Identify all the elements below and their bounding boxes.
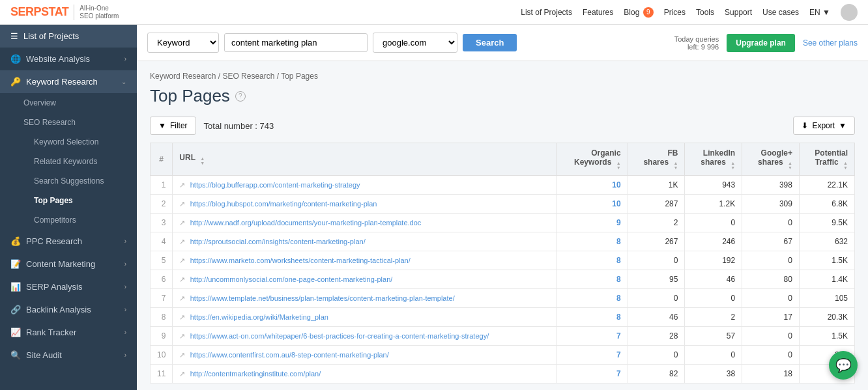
url-link[interactable]: http://uncommonlysocial.com/one-page-con… bbox=[190, 275, 393, 283]
sidebar-item-rank-tracker[interactable]: 📈 Rank Tracker › bbox=[0, 321, 137, 344]
cell-traffic: 20.3K bbox=[799, 308, 854, 327]
sidebar-item-backlink-analysis[interactable]: 🔗 Backlink Analysis › bbox=[0, 298, 137, 321]
chevron-right-icon-ppc: › bbox=[124, 238, 126, 245]
sidebar-subitem-overview[interactable]: Overview bbox=[0, 93, 137, 113]
sidebar-subitem-competitors[interactable]: Competitors bbox=[0, 210, 137, 230]
cell-url[interactable]: ↗ https://www.marketo.com/worksheets/con… bbox=[173, 251, 556, 270]
sidebar-subitem-keyword-selection[interactable]: Keyword Selection bbox=[0, 132, 137, 152]
chat-bubble[interactable]: 💬 bbox=[829, 351, 858, 380]
sidebar-item-site-audit[interactable]: 🔍 Site Audit › bbox=[0, 344, 137, 367]
cell-url[interactable]: ↗ https://en.wikipedia.org/wiki/Marketin… bbox=[173, 308, 556, 327]
url-link[interactable]: http://contentmarketinginstitute.com/pla… bbox=[190, 370, 321, 378]
traffic-sort-icon: ▲▼ bbox=[843, 161, 848, 170]
nav-use-cases[interactable]: Use cases bbox=[762, 8, 799, 17]
nav-tools[interactable]: Tools bbox=[696, 8, 714, 17]
url-link[interactable]: http://www.nadf.org/upload/documents/you… bbox=[190, 219, 422, 227]
sidebar-label-content: Content Marketing bbox=[26, 259, 95, 269]
url-link[interactable]: https://www.marketo.com/worksheets/conte… bbox=[190, 257, 411, 264]
cell-url[interactable]: ↗ https://blog.hubspot.com/marketing/con… bbox=[173, 195, 556, 214]
link-icon: ↗ bbox=[179, 219, 185, 227]
download-icon: ⬇ bbox=[802, 121, 808, 130]
chevron-right-icon-rank: › bbox=[124, 329, 126, 336]
cell-googleplus: 17 bbox=[742, 308, 800, 327]
cell-url[interactable]: ↗ https://www.act-on.com/whitepaper/6-be… bbox=[173, 327, 556, 346]
cell-url[interactable]: ↗ http://uncommonlysocial.com/one-page-c… bbox=[173, 270, 556, 289]
globe-icon: 🌐 bbox=[10, 54, 21, 64]
url-link[interactable]: https://blog.hubspot.com/marketing/conte… bbox=[190, 200, 377, 208]
nav-support[interactable]: Support bbox=[725, 8, 752, 17]
sidebar-header-list-of-projects[interactable]: ☰ List of Projects bbox=[0, 25, 137, 48]
cell-url[interactable]: ↗ http://sproutsocial.com/insights/conte… bbox=[173, 232, 556, 251]
nav-blog[interactable]: Blog 9 bbox=[624, 7, 653, 18]
col-header-traffic[interactable]: PotentialTraffic ▲▼ bbox=[799, 143, 854, 176]
url-link[interactable]: https://en.wikipedia.org/wiki/Marketing_… bbox=[190, 313, 328, 321]
cell-num: 4 bbox=[151, 232, 173, 251]
url-link[interactable]: https://www.act-on.com/whitepaper/6-best… bbox=[190, 332, 489, 340]
cell-traffic: 105 bbox=[799, 289, 854, 308]
cell-num: 3 bbox=[151, 214, 173, 232]
url-link[interactable]: https://blog.bufferapp.com/content-marke… bbox=[190, 181, 360, 189]
search-button[interactable]: Search bbox=[463, 34, 517, 51]
table-row: 3 ↗ http://www.nadf.org/upload/documents… bbox=[151, 214, 855, 232]
col-header-num[interactable]: # bbox=[151, 143, 173, 176]
sidebar-item-content-marketing[interactable]: 📝 Content Marketing › bbox=[0, 253, 137, 275]
search-type-select[interactable]: Keyword bbox=[147, 33, 219, 53]
cell-num: 7 bbox=[151, 289, 173, 308]
serp-icon: 📊 bbox=[10, 282, 21, 292]
nav-prices[interactable]: Prices bbox=[664, 8, 686, 17]
cell-googleplus: 0 bbox=[742, 346, 800, 365]
blog-badge: 9 bbox=[643, 7, 654, 18]
cell-url[interactable]: ↗ http://www.nadf.org/upload/documents/y… bbox=[173, 214, 556, 232]
backlink-icon: 🔗 bbox=[10, 305, 21, 314]
see-plans-link[interactable]: See other plans bbox=[803, 38, 858, 48]
cell-traffic: 6.8K bbox=[799, 195, 854, 214]
sidebar-subitem-top-pages[interactable]: Top Pages bbox=[0, 191, 137, 210]
linkedin-sort-icon: ▲▼ bbox=[731, 161, 735, 170]
language-selector[interactable]: EN ▼ bbox=[809, 8, 830, 17]
cell-linkedin: 2 bbox=[685, 308, 742, 327]
cell-googleplus: 67 bbox=[742, 232, 800, 251]
page-title: Top Pages bbox=[150, 86, 230, 106]
nav-list-of-projects[interactable]: List of Projects bbox=[521, 8, 572, 17]
cell-url[interactable]: ↗ http://contentmarketinginstitute.com/p… bbox=[173, 365, 556, 383]
url-link[interactable]: http://sproutsocial.com/insights/content… bbox=[190, 238, 366, 245]
col-header-fb[interactable]: FBshares ▲▼ bbox=[628, 143, 685, 176]
link-icon: ↗ bbox=[179, 332, 185, 340]
sidebar-subitem-related-keywords[interactable]: Related Keywords bbox=[0, 152, 137, 171]
cell-linkedin: 57 bbox=[685, 327, 742, 346]
sidebar-item-keyword-research[interactable]: 🔑 Keyword Research ⌄ bbox=[0, 70, 137, 93]
sidebar-header-label: List of Projects bbox=[23, 31, 79, 41]
nav-features[interactable]: Features bbox=[583, 8, 613, 17]
cell-num: 6 bbox=[151, 270, 173, 289]
cell-fb: 95 bbox=[628, 270, 685, 289]
col-header-linkedin[interactable]: LinkedInshares ▲▼ bbox=[685, 143, 742, 176]
cell-fb: 267 bbox=[628, 232, 685, 251]
url-link[interactable]: https://www.contentfirst.com.au/8-step-c… bbox=[190, 351, 389, 359]
cell-url[interactable]: ↗ https://blog.bufferapp.com/content-mar… bbox=[173, 176, 556, 195]
sidebar-subitem-search-suggestions[interactable]: Search Suggestions bbox=[0, 171, 137, 191]
cell-url[interactable]: ↗ https://www.contentfirst.com.au/8-step… bbox=[173, 346, 556, 365]
export-button[interactable]: ⬇ Export ▼ bbox=[793, 117, 855, 135]
sidebar-item-serp-analysis[interactable]: 📊 SERP Analysis › bbox=[0, 275, 137, 298]
cell-url[interactable]: ↗ https://www.template.net/business/plan… bbox=[173, 289, 556, 308]
top-navigation: SERPSTAT All-in-One SEO platform List of… bbox=[0, 0, 868, 25]
sidebar-item-website-analysis[interactable]: 🌐 Website Analysis › bbox=[0, 48, 137, 70]
cell-traffic: 22.1K bbox=[799, 176, 854, 195]
export-chevron-icon: ▼ bbox=[839, 121, 846, 130]
upgrade-button[interactable]: Upgrade plan bbox=[727, 34, 795, 52]
user-avatar[interactable] bbox=[841, 4, 858, 21]
cell-fb: 1K bbox=[628, 176, 685, 195]
cell-linkedin: 0 bbox=[685, 346, 742, 365]
col-header-url[interactable]: URL ▲▼ bbox=[173, 143, 556, 176]
filter-button[interactable]: ▼ Filter bbox=[150, 117, 196, 135]
sidebar-subitem-seo-research[interactable]: SEO Research bbox=[0, 113, 137, 132]
col-header-googleplus[interactable]: Google+shares ▲▼ bbox=[742, 143, 800, 176]
search-input[interactable] bbox=[224, 33, 368, 52]
info-icon[interactable]: ? bbox=[235, 91, 246, 102]
search-domain-select[interactable]: google.com bbox=[373, 33, 457, 53]
total-count: Total number : 743 bbox=[204, 121, 274, 131]
url-link[interactable]: https://www.template.net/business/plan-t… bbox=[190, 294, 455, 302]
sidebar-item-ppc-research[interactable]: 💰 PPC Research › bbox=[0, 230, 137, 253]
link-icon: ↗ bbox=[179, 313, 185, 321]
col-header-organic[interactable]: OrganicKeywords ▲▼ bbox=[556, 143, 628, 176]
